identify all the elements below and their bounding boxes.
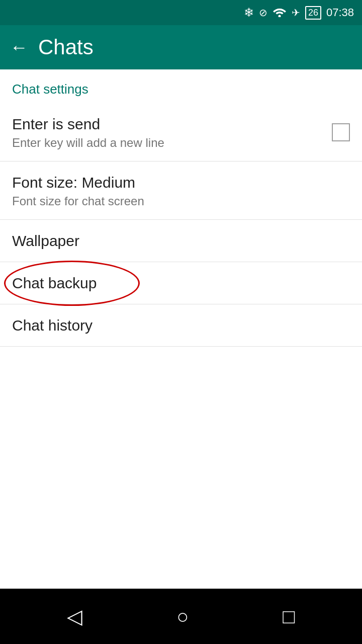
chat-backup-title: Chat backup	[12, 273, 350, 293]
nav-back-button[interactable]: ◁	[67, 605, 82, 628]
snowflake-icon: ❄	[244, 6, 254, 20]
enter-is-send-subtitle: Enter key will add a new line	[12, 136, 332, 150]
wifi-icon	[273, 6, 287, 20]
nav-bar: ◁ ○ □	[0, 589, 362, 644]
page-title: Chats	[38, 35, 94, 59]
chat-history-text: Chat history	[12, 315, 350, 335]
font-size-subtitle: Font size for chat screen	[12, 194, 350, 208]
section-header: Chat settings	[0, 69, 362, 103]
svg-point-0	[278, 15, 281, 17]
app-bar: ← Chats	[0, 25, 362, 69]
enter-is-send-checkbox[interactable]	[332, 123, 350, 141]
battery-icon: 26	[305, 6, 321, 20]
wallpaper-title: Wallpaper	[12, 231, 350, 251]
wallpaper-item[interactable]: Wallpaper	[0, 220, 362, 262]
back-button[interactable]: ←	[10, 37, 28, 58]
enter-is-send-text: Enter is send Enter key will add a new l…	[12, 114, 332, 150]
chat-history-item[interactable]: Chat history	[0, 304, 362, 347]
airplane-icon: ✈	[292, 7, 300, 19]
enter-is-send-title: Enter is send	[12, 114, 332, 134]
font-size-text: Font size: Medium Font size for chat scr…	[12, 173, 350, 208]
font-size-item[interactable]: Font size: Medium Font size for chat scr…	[0, 162, 362, 220]
section-header-text: Chat settings	[12, 82, 88, 97]
do-not-disturb-icon: ⊘	[259, 7, 267, 19]
wallpaper-text: Wallpaper	[12, 231, 350, 251]
content-area: Chat settings Enter is send Enter key wi…	[0, 69, 362, 589]
status-bar: ❄ ⊘ ✈ 26 07:38	[0, 0, 362, 25]
chat-history-title: Chat history	[12, 315, 350, 335]
font-size-title: Font size: Medium	[12, 173, 350, 192]
nav-home-button[interactable]: ○	[176, 605, 189, 628]
enter-is-send-item[interactable]: Enter is send Enter key will add a new l…	[0, 103, 362, 162]
status-time: 07:38	[326, 6, 354, 19]
chat-backup-item[interactable]: Chat backup	[0, 262, 362, 304]
nav-recents-button[interactable]: □	[283, 605, 295, 628]
chat-backup-text: Chat backup	[12, 273, 350, 293]
